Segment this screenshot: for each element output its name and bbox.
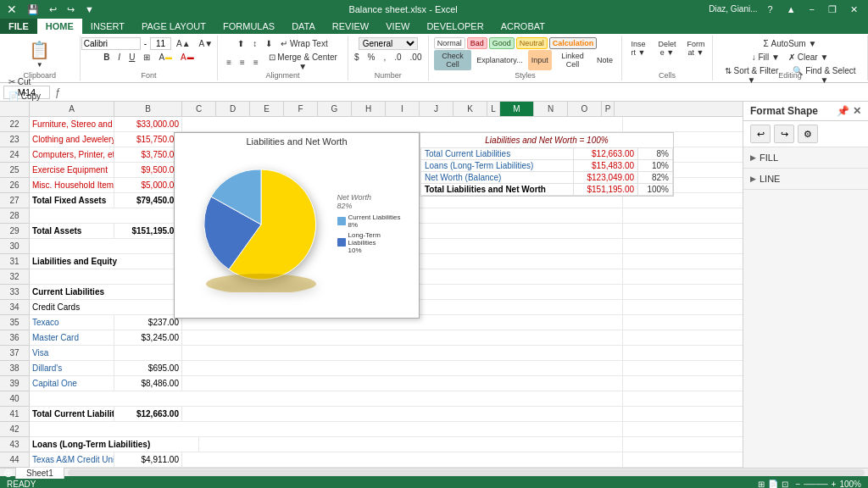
align-left-button[interactable]: ≡ (223, 56, 235, 69)
restore-btn[interactable]: ❐ (825, 4, 840, 15)
underline-button[interactable]: U (125, 51, 138, 64)
col-header-O[interactable]: O (568, 102, 602, 116)
linked-cell-btn[interactable]: Linked Cell (554, 50, 592, 70)
row-header-41[interactable]: 41 (0, 407, 29, 422)
panel-tool-undo-btn[interactable]: ↩ (750, 125, 771, 143)
col-header-I[interactable]: I (386, 102, 420, 116)
cell-A22[interactable]: Furniture, Stereo and TV's (30, 117, 114, 131)
row-header-35[interactable]: 35 (0, 315, 29, 330)
tab-developer[interactable]: DEVELOPER (418, 19, 492, 34)
normal-style-btn[interactable]: Normal (434, 37, 465, 49)
fill-color-button[interactable]: A▬ (155, 51, 175, 64)
sheet-tab-1[interactable]: Sheet1 (15, 466, 64, 479)
col-header-K[interactable]: K (453, 102, 487, 116)
panel-line-header[interactable]: ▶ LINE (750, 174, 861, 184)
cell-A35[interactable]: Texaco (30, 315, 114, 330)
select-all-corner[interactable] (0, 102, 30, 116)
panel-tool-settings-btn[interactable]: ⚙ (798, 125, 818, 143)
tab-file[interactable]: FILE (0, 19, 37, 34)
cell-A27[interactable]: Total Fixed Assets (30, 193, 114, 208)
cell-B29[interactable]: $151,195.00 (114, 224, 182, 238)
normal-view-icon[interactable]: ⊞ (758, 480, 765, 489)
tab-review[interactable]: REVIEW (324, 19, 377, 34)
format-cells-btn[interactable]: Format ▼ (682, 37, 709, 75)
cell-A29[interactable]: Total Assets (30, 224, 114, 238)
minimize-btn[interactable]: − (806, 4, 818, 15)
panel-fill-header[interactable]: ▶ FILL (750, 152, 861, 163)
bad-style-btn[interactable]: Bad (467, 37, 487, 49)
row-header-27[interactable]: 27 (0, 193, 29, 208)
good-style-btn[interactable]: Good (489, 37, 515, 49)
font-size-increase-button[interactable]: A▲ (173, 37, 194, 50)
col-header-D[interactable]: D (216, 102, 250, 116)
row-header-28[interactable]: 28 (0, 208, 29, 224)
close-btn[interactable]: ✕ (847, 4, 861, 15)
tab-acrobat[interactable]: ACROBAT (492, 19, 554, 34)
align-center-button[interactable]: ≡ (236, 56, 248, 69)
col-header-H[interactable]: H (352, 102, 386, 116)
row-header-36[interactable]: 36 (0, 330, 29, 346)
border-button[interactable]: ⊞ (140, 51, 153, 64)
col-header-L[interactable]: L (487, 102, 500, 116)
cell-A41[interactable]: Total Current Liabilities (30, 407, 114, 421)
fill-btn[interactable]: ↓ Fill ▼ (748, 51, 783, 64)
bold-button[interactable]: B (100, 51, 113, 64)
horizontal-scrollbar[interactable] (68, 469, 865, 476)
cell-A25[interactable]: Exercise Equipment (30, 163, 114, 177)
zoom-slider[interactable]: ──── (804, 480, 827, 489)
tab-home[interactable]: HOME (37, 19, 82, 34)
cell-A44[interactable]: Texas A&M Credit Union (30, 452, 114, 467)
comma-btn[interactable]: , (380, 51, 389, 64)
panel-pin-icon[interactable]: 📌 (837, 105, 849, 117)
row-header-38[interactable]: 38 (0, 361, 29, 376)
cell-A23[interactable]: Clothing and Jewelery (30, 132, 114, 147)
tab-page-layout[interactable]: PAGE LAYOUT (133, 19, 214, 34)
quick-access-undo[interactable]: ↩ (46, 4, 60, 15)
explanatory-btn[interactable]: Explanatory... (473, 50, 526, 70)
col-header-J[interactable]: J (420, 102, 453, 116)
cell-A36[interactable]: Master Card (30, 330, 114, 345)
col-header-F[interactable]: F (284, 102, 318, 116)
col-header-C[interactable]: C (182, 102, 216, 116)
align-middle-button[interactable]: ↕ (249, 37, 260, 50)
row-header-32[interactable]: 32 (0, 269, 29, 285)
chart-container[interactable]: Liabilities and Net Worth (174, 132, 420, 319)
row-header-43[interactable]: 43 (0, 437, 29, 452)
row-header-42[interactable]: 42 (0, 422, 29, 437)
tab-formulas[interactable]: FORMULAS (214, 19, 283, 34)
row-header-37[interactable]: 37 (0, 346, 29, 361)
align-right-button[interactable]: ≡ (250, 56, 262, 69)
cell-A31[interactable]: Liabilities and Equity (30, 254, 182, 269)
font-color-button[interactable]: A▬ (177, 51, 198, 64)
panel-tool-redo-btn[interactable]: ↪ (774, 125, 794, 143)
note-btn[interactable]: Note (593, 50, 616, 70)
cell-B24[interactable]: $3,750.00 (114, 147, 182, 162)
cell-A26[interactable]: Misc. Household Items (30, 178, 114, 192)
copy-button[interactable]: 📄 Copy (5, 90, 44, 103)
zoom-in-btn[interactable]: + (832, 480, 837, 489)
tab-insert[interactable]: INSERT (82, 19, 133, 34)
tab-data[interactable]: DATA (283, 19, 324, 34)
input-btn[interactable]: Input (528, 50, 552, 70)
align-top-button[interactable]: ⬆ (234, 37, 248, 50)
col-header-P[interactable]: P (602, 102, 615, 116)
row-header-30[interactable]: 30 (0, 239, 29, 254)
neutral-style-btn[interactable]: Neutral (516, 37, 548, 49)
row-header-44[interactable]: 44 (0, 452, 29, 468)
cell-B44[interactable]: $4,911.00 (114, 452, 182, 467)
wrap-text-button[interactable]: ↵ Wrap Text (277, 37, 331, 50)
ribbon-toggle-btn[interactable]: ▲ (783, 4, 799, 15)
quick-access-redo[interactable]: ↪ (64, 4, 78, 15)
dec-increase-btn[interactable]: .0 (391, 51, 404, 64)
accounting-btn[interactable]: $ (351, 51, 363, 64)
row-header-23[interactable]: 23 (0, 132, 29, 147)
cell-B35[interactable]: $237.00 (114, 315, 182, 330)
insert-cells-btn[interactable]: Insert ▼ (625, 37, 652, 75)
cell-B25[interactable]: $9,500.00 (114, 163, 182, 177)
col-header-G[interactable]: G (318, 102, 352, 116)
row-header-34[interactable]: 34 (0, 300, 29, 315)
row-header-31[interactable]: 31 (0, 254, 29, 269)
row-header-40[interactable]: 40 (0, 391, 29, 407)
cell-A34[interactable]: Credit Cards (30, 300, 182, 314)
row-header-24[interactable]: 24 (0, 147, 29, 163)
